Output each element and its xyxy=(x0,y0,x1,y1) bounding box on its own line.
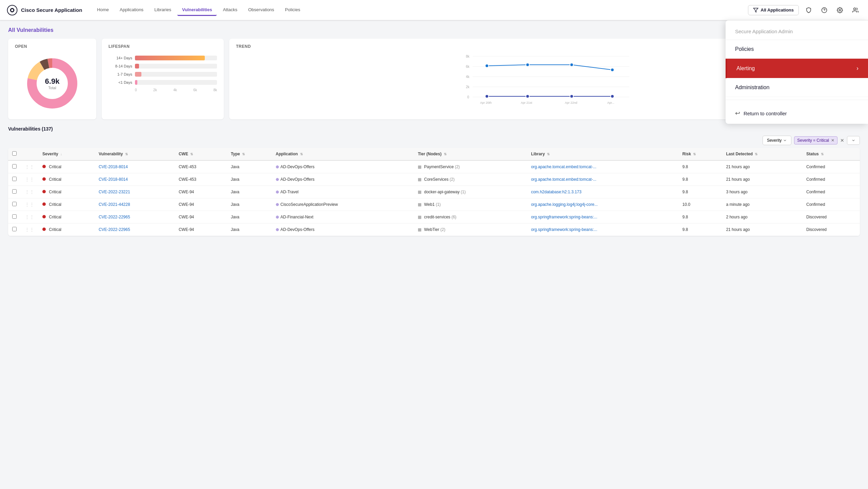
donut-container: 6.9k Total xyxy=(15,53,90,114)
users-button[interactable] xyxy=(850,4,861,16)
vulnerability-link[interactable]: CVE-2018-8014 xyxy=(99,164,128,169)
col-application-header[interactable]: Application ⇅ xyxy=(272,148,414,160)
dropdown-alerting[interactable]: Alerting › xyxy=(726,59,868,78)
row-library[interactable]: org.apache.tomcat.embed:tomcat-... xyxy=(527,160,678,173)
nav-policies[interactable]: Policies xyxy=(280,4,305,16)
vulnerability-link[interactable]: CVE-2022-23221 xyxy=(99,190,130,194)
nav-attacks[interactable]: Attacks xyxy=(218,4,242,16)
row-checkbox[interactable] xyxy=(12,189,17,194)
axis-2k: 2k xyxy=(153,88,157,92)
row-vulnerability[interactable]: CVE-2022-23221 xyxy=(95,186,175,198)
settings-button[interactable] xyxy=(834,4,846,16)
row-checkbox-cell[interactable] xyxy=(8,198,21,211)
nav-home[interactable]: Home xyxy=(92,4,114,16)
severity-filter-button[interactable]: Severity xyxy=(763,136,791,145)
sort-app-icon: ⇅ xyxy=(300,152,303,156)
col-cwe-header[interactable]: CWE ⇅ xyxy=(175,148,227,160)
app-icon: ⊕ xyxy=(276,215,279,219)
nav-links: Home Applications Libraries Vulnerabilit… xyxy=(92,4,748,16)
row-status: Confirmed xyxy=(802,198,860,211)
return-to-controller[interactable]: ↩ Return to controller xyxy=(726,103,868,124)
row-library[interactable]: org.apache.tomcat.embed:tomcat-... xyxy=(527,173,678,186)
library-link[interactable]: com.h2database:h2:1.3.173 xyxy=(531,190,581,194)
vulnerability-link[interactable]: CVE-2018-8014 xyxy=(99,177,128,182)
col-tier-header[interactable]: Tier (Nodes) ⇅ xyxy=(414,148,527,160)
col-status-header[interactable]: Status ⇅ xyxy=(802,148,860,160)
library-link[interactable]: org.apache.logging.log4j:log4j-core... xyxy=(531,202,598,207)
row-checkbox[interactable] xyxy=(12,177,17,181)
dropdown-alerting-label: Alerting xyxy=(736,65,755,72)
nav-libraries[interactable]: Libraries xyxy=(150,4,176,16)
col-type-header[interactable]: Type ⇅ xyxy=(227,148,272,160)
row-checkbox-cell[interactable] xyxy=(8,211,21,223)
nav-observations[interactable]: Observations xyxy=(243,4,279,16)
help-icon xyxy=(821,7,827,13)
top-nav: Cisco Secure Application Home Applicatio… xyxy=(0,0,868,20)
dropdown-policies-label: Policies xyxy=(735,46,754,52)
severity-dot xyxy=(42,165,46,168)
severity-label: Critical xyxy=(49,190,61,194)
column-options-button[interactable] xyxy=(847,136,860,145)
row-checkbox[interactable] xyxy=(12,202,17,206)
bar-label-1to7: 1-7 Days xyxy=(108,72,132,76)
library-link[interactable]: org.springframework:spring-beans:... xyxy=(531,227,597,232)
col-library-header[interactable]: Library ⇅ xyxy=(527,148,678,160)
row-severity: Critical xyxy=(38,198,95,211)
clear-filter-button[interactable]: ✕ xyxy=(831,138,834,143)
row-risk: 9.8 xyxy=(678,211,722,223)
row-vulnerability[interactable]: CVE-2018-8014 xyxy=(95,160,175,173)
chevron-right-icon: › xyxy=(856,65,859,72)
row-checkbox[interactable] xyxy=(12,227,17,231)
shield-button[interactable] xyxy=(803,4,814,16)
library-link[interactable]: org.springframework:spring-beans:... xyxy=(531,215,597,219)
row-type: Java xyxy=(227,173,272,186)
donut-number: 6.9k xyxy=(45,77,60,86)
col-risk-header[interactable]: Risk ⇅ xyxy=(678,148,722,160)
return-icon: ↩ xyxy=(735,110,740,117)
row-type: Java xyxy=(227,223,272,236)
row-library[interactable]: org.springframework:spring-beans:... xyxy=(527,223,678,236)
row-vulnerability[interactable]: CVE-2018-8014 xyxy=(95,173,175,186)
row-library[interactable]: org.springframework:spring-beans:... xyxy=(527,211,678,223)
library-link[interactable]: org.apache.tomcat.embed:tomcat-... xyxy=(531,177,596,182)
app-icon: ⊕ xyxy=(276,227,279,232)
all-applications-filter-button[interactable]: All Applications xyxy=(748,5,799,15)
row-risk: 9.8 xyxy=(678,223,722,236)
row-cwe: CWE-94 xyxy=(175,223,227,236)
row-vulnerability[interactable]: CVE-2022-22965 xyxy=(95,223,175,236)
nodes-count: (1) xyxy=(461,190,466,194)
row-checkbox[interactable] xyxy=(12,164,17,169)
vulnerability-link[interactable]: CVE-2021-44228 xyxy=(99,202,130,207)
close-table-controls-button[interactable]: ✕ xyxy=(840,138,844,143)
row-severity: Critical xyxy=(38,173,95,186)
bar-fill-1to7 xyxy=(135,72,141,77)
col-lastdetected-header[interactable]: Last Detected ⇅ xyxy=(722,148,802,160)
row-vulnerability[interactable]: CVE-2021-44228 xyxy=(95,198,175,211)
table-row: ⋮⋮ Critical CVE-2022-23221 CWE-94 Java ⊕… xyxy=(8,186,860,198)
select-all-checkbox[interactable] xyxy=(12,151,17,156)
col-severity-header[interactable]: Severity ↓ xyxy=(38,148,95,160)
row-checkbox-cell[interactable] xyxy=(8,223,21,236)
vulnerability-link[interactable]: CVE-2022-22965 xyxy=(99,227,130,232)
dropdown-administration[interactable]: Administration xyxy=(726,78,868,97)
vulnerability-link[interactable]: CVE-2022-22965 xyxy=(99,215,130,219)
row-checkbox[interactable] xyxy=(12,214,17,219)
row-library[interactable]: com.h2database:h2:1.3.173 xyxy=(527,186,678,198)
dropdown-policies[interactable]: Policies xyxy=(726,40,868,59)
col-vulnerability-header[interactable]: Vulnerability ⇅ xyxy=(95,148,175,160)
row-risk: 9.8 xyxy=(678,173,722,186)
library-link[interactable]: org.apache.tomcat.embed:tomcat-... xyxy=(531,164,596,169)
select-all-header[interactable] xyxy=(8,148,21,160)
row-vulnerability[interactable]: CVE-2022-22965 xyxy=(95,211,175,223)
help-button[interactable] xyxy=(818,4,830,16)
severity-label: Critical xyxy=(49,227,61,232)
row-library[interactable]: org.apache.logging.log4j:log4j-core... xyxy=(527,198,678,211)
nav-applications[interactable]: Applications xyxy=(115,4,148,16)
row-checkbox-cell[interactable] xyxy=(8,186,21,198)
row-checkbox-cell[interactable] xyxy=(8,173,21,186)
row-checkbox-cell[interactable] xyxy=(8,160,21,173)
bar-fill-8to14 xyxy=(135,64,139,69)
nav-vulnerabilities[interactable]: Vulnerabilities xyxy=(177,4,217,16)
bar-row-1to7: 1-7 Days xyxy=(108,72,217,77)
sort-tier-icon: ⇅ xyxy=(444,152,447,156)
